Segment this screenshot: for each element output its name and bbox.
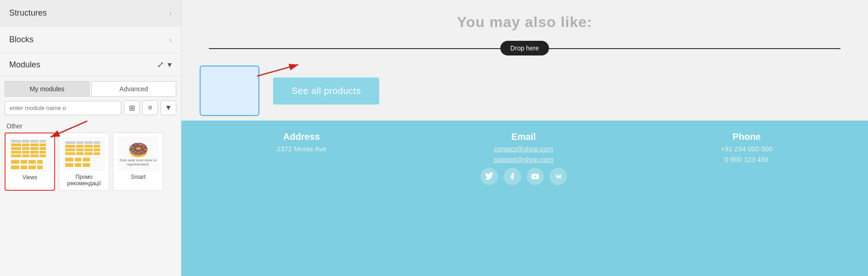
facebook-icon[interactable] bbox=[504, 168, 521, 185]
svg-line-3 bbox=[257, 65, 298, 76]
structures-chevron-icon: › bbox=[169, 9, 172, 17]
search-row: ⊞ ≡ ▼ bbox=[0, 100, 181, 119]
smart-label: Smart bbox=[131, 174, 146, 180]
search-input[interactable] bbox=[5, 101, 121, 115]
sidebar: Structures › Blocks › Modules ⤢ ▾ My mod… bbox=[0, 0, 181, 276]
drop-bar: Drop here bbox=[209, 40, 840, 56]
footer-columns: Address 2372 Morse Ave Email contact@sho… bbox=[200, 132, 850, 185]
phone-title: Phone bbox=[733, 132, 761, 142]
collapse-icon[interactable]: ▾ bbox=[168, 60, 172, 70]
email-title: Email bbox=[511, 132, 536, 142]
see-all-products-button[interactable]: See all products bbox=[273, 77, 379, 105]
modules-section-header: Modules ⤢ ▾ bbox=[0, 53, 181, 77]
footer-phone-col: Phone +91 234 000 000 0 800 123 456 bbox=[721, 132, 773, 185]
module-tabs: My modules Advanced bbox=[5, 81, 176, 97]
vk-icon[interactable] bbox=[549, 168, 567, 185]
grid-view-button[interactable]: ⊞ bbox=[124, 100, 140, 115]
structures-row[interactable]: Structures › bbox=[0, 0, 181, 26]
footer-section: Address 2372 Morse Ave Email contact@sho… bbox=[181, 121, 868, 276]
products-section: See all products bbox=[181, 56, 868, 121]
other-section-label: Other bbox=[5, 119, 176, 132]
tab-my-modules[interactable]: My modules bbox=[5, 81, 90, 97]
address-title: Address bbox=[283, 132, 320, 142]
filter-button[interactable]: ▼ bbox=[161, 100, 176, 115]
structures-label: Structures bbox=[9, 8, 47, 18]
smart-thumb: 🍩 Duis aute irure dolor in reprehenderit… bbox=[118, 137, 159, 171]
modules-header-actions: ⤢ ▾ bbox=[157, 60, 172, 70]
phone-value2: 0 800 123 456 bbox=[725, 155, 769, 163]
views-thumb bbox=[9, 137, 50, 171]
blocks-chevron-icon: › bbox=[169, 36, 172, 44]
footer-address-col: Address 2372 Morse Ave bbox=[277, 132, 326, 185]
list-icon: ≡ bbox=[148, 104, 152, 112]
tab-advanced[interactable]: Advanced bbox=[91, 81, 176, 97]
smart-text: Duis aute irure dolor in reprehenderit. bbox=[118, 158, 159, 166]
promo-thumb bbox=[63, 137, 105, 171]
filter-icon: ▼ bbox=[165, 104, 172, 112]
blocks-section: Blocks › bbox=[0, 27, 181, 53]
main-area: You may also like: Drop here See all pro… bbox=[181, 0, 868, 276]
social-icons bbox=[481, 168, 567, 185]
section-header: You may also like: bbox=[181, 0, 868, 40]
section-title: You may also like: bbox=[200, 14, 850, 31]
blocks-label: Blocks bbox=[9, 35, 34, 44]
promo-label: Промо рекомендації bbox=[63, 174, 105, 187]
blocks-row[interactable]: Blocks › bbox=[0, 27, 181, 53]
modules-label: Modules bbox=[9, 60, 40, 70]
phone-value1: +91 234 000 000 bbox=[721, 145, 773, 153]
structures-section: Structures › bbox=[0, 0, 181, 27]
expand-icon[interactable]: ⤢ bbox=[157, 60, 164, 70]
module-card-views[interactable]: Views bbox=[5, 132, 55, 191]
email-link1[interactable]: contact@shop.com bbox=[494, 145, 553, 153]
youtube-icon[interactable] bbox=[526, 168, 544, 185]
email-link2[interactable]: support@shop.com bbox=[493, 155, 553, 163]
twitter-icon[interactable] bbox=[481, 168, 498, 185]
modules-list: Other bbox=[0, 119, 181, 276]
module-card-promo[interactable]: Промо рекомендації bbox=[59, 132, 109, 191]
module-card-smart[interactable]: 🍩 Duis aute irure dolor in reprehenderit… bbox=[113, 132, 163, 191]
views-label: Views bbox=[22, 174, 37, 181]
donut-icon: 🍩 bbox=[128, 142, 149, 158]
product-placeholder bbox=[200, 66, 259, 116]
footer-email-col: Email contact@shop.com support@shop.com bbox=[481, 132, 567, 185]
address-value: 2372 Morse Ave bbox=[277, 145, 326, 153]
drop-here-button[interactable]: Drop here bbox=[500, 41, 549, 55]
module-grid: Views bbox=[5, 132, 176, 191]
grid-icon: ⊞ bbox=[129, 104, 135, 112]
list-view-button[interactable]: ≡ bbox=[142, 100, 158, 115]
